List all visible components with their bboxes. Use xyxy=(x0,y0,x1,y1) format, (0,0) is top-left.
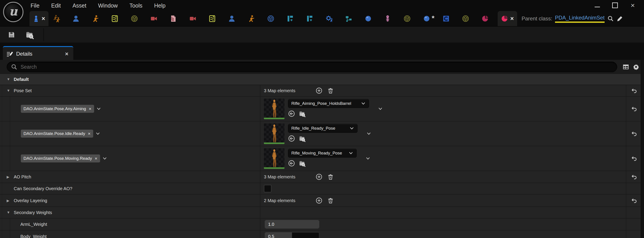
close-window-button[interactable]: × xyxy=(630,2,636,9)
property-label: Pose Set xyxy=(14,88,32,93)
browse-to-asset-button[interactable] xyxy=(24,29,36,40)
delete-all-elements-icon[interactable] xyxy=(327,173,334,180)
gameplay-tag-chip[interactable]: DAO.AnimState.Pose.Moving.Ready × xyxy=(21,154,100,162)
asset-tab[interactable] xyxy=(105,11,125,26)
close-tab-icon[interactable]: × xyxy=(510,16,514,22)
asset-tab[interactable] xyxy=(339,11,358,26)
expand-entry-chevron-icon[interactable] xyxy=(366,131,371,136)
asset-tab[interactable] xyxy=(398,11,417,26)
browse-to-asset-icon[interactable] xyxy=(299,110,306,117)
close-tab-icon[interactable]: × xyxy=(42,16,45,22)
numeric-slider-input[interactable]: 0.5 xyxy=(265,232,319,238)
asset-tab[interactable] xyxy=(47,11,66,26)
display-options-grid-icon[interactable] xyxy=(622,64,629,70)
expand-entry-chevron-icon[interactable] xyxy=(366,156,370,161)
use-selected-asset-icon[interactable] xyxy=(288,135,295,142)
remove-tag-icon[interactable]: × xyxy=(88,131,90,136)
maximize-button[interactable] xyxy=(612,2,618,9)
asset-thumbnail[interactable] xyxy=(264,123,284,144)
asset-tab-active-data-asset[interactable]: × xyxy=(498,11,517,26)
edit-parent-class-icon[interactable] xyxy=(616,15,623,22)
asset-tab[interactable] xyxy=(86,11,105,26)
search-icon xyxy=(11,64,18,70)
reset-to-default-icon[interactable] xyxy=(631,87,637,94)
asset-tab[interactable] xyxy=(475,11,495,26)
asset-tab[interactable] xyxy=(280,11,300,26)
asset-tab-active-blueprint[interactable]: × xyxy=(30,11,48,26)
browse-to-asset-icon[interactable] xyxy=(299,135,306,142)
gameplay-tag-chip[interactable]: DAO.AnimState.Pose.Idle.Ready × xyxy=(21,130,93,138)
menu-edit[interactable]: Edit xyxy=(51,3,61,9)
asset-tab[interactable] xyxy=(242,11,261,26)
asset-tab[interactable] xyxy=(456,11,475,26)
pie-chart-icon xyxy=(501,15,508,22)
collapsed-arrow-icon[interactable]: ▶ xyxy=(7,175,11,179)
asset-tab[interactable] xyxy=(164,11,183,26)
asset-tab[interactable] xyxy=(222,11,242,26)
details-tab[interactable]: Details × xyxy=(3,46,73,61)
chevron-down-icon[interactable] xyxy=(96,131,100,136)
expand-entry-chevron-icon[interactable] xyxy=(378,106,383,111)
map-entry-row: DAO.AnimState.Pose.Idle.Ready × Rifle_Id… xyxy=(0,121,644,146)
remove-tag-icon[interactable]: × xyxy=(94,156,97,161)
scrollbar-track[interactable] xyxy=(641,60,644,238)
asset-tab[interactable] xyxy=(436,11,456,26)
save-button[interactable] xyxy=(6,29,17,40)
use-selected-asset-icon[interactable] xyxy=(288,160,295,167)
settings-gear-icon[interactable] xyxy=(633,64,639,70)
gameplay-tag-chip[interactable]: DAO.AnimState.Pose.Any.Aiming × xyxy=(21,105,94,113)
asset-dropdown[interactable]: Rifle_Moving_Ready_Pose xyxy=(288,149,357,158)
asset-tab[interactable] xyxy=(183,11,202,26)
chevron-down-icon[interactable] xyxy=(102,156,107,161)
parent-class-link[interactable]: PDA_LinkedAnimSet xyxy=(555,15,604,23)
menu-tools[interactable]: Tools xyxy=(130,3,142,9)
reset-to-default-icon[interactable] xyxy=(631,155,637,162)
asset-tab[interactable] xyxy=(300,11,320,26)
numbered-document-icon xyxy=(170,15,177,22)
collapsed-arrow-icon[interactable]: ▶ xyxy=(7,198,11,203)
reset-to-default-icon[interactable] xyxy=(631,105,637,112)
menu-file[interactable]: File xyxy=(30,3,40,9)
asset-dropdown[interactable]: Rifle_Aiming_Pose_HoldsBarrel xyxy=(288,99,369,108)
menu-window[interactable]: Window xyxy=(98,3,118,9)
asset-tab[interactable] xyxy=(358,11,378,26)
search-input[interactable] xyxy=(20,64,617,70)
running-figure-icon xyxy=(248,15,255,22)
asset-tab[interactable] xyxy=(125,11,144,26)
delete-all-elements-icon[interactable] xyxy=(327,197,334,204)
asset-color-bar xyxy=(264,167,284,169)
numeric-slider-input[interactable]: 1.0 xyxy=(265,220,319,228)
category-row-default[interactable]: ▼ Default xyxy=(0,74,644,85)
asset-tab[interactable] xyxy=(144,11,164,26)
asset-thumbnail[interactable] xyxy=(264,148,284,169)
search-parent-class-icon[interactable] xyxy=(607,15,614,22)
use-selected-asset-icon[interactable] xyxy=(288,110,295,117)
asset-thumbnail[interactable] xyxy=(264,99,284,119)
reset-to-default-icon[interactable] xyxy=(631,197,637,204)
close-details-tab-icon[interactable]: × xyxy=(65,51,68,57)
browse-to-asset-icon[interactable] xyxy=(299,160,306,167)
reset-to-default-icon[interactable] xyxy=(631,130,637,137)
chevron-down-icon[interactable] xyxy=(96,106,101,111)
running-figure-icon xyxy=(92,15,99,22)
asset-tab[interactable] xyxy=(66,11,86,26)
expand-arrow-icon[interactable]: ▼ xyxy=(7,210,11,214)
property-label: AO Pitch xyxy=(14,174,31,179)
minimize-button[interactable] xyxy=(594,2,600,9)
checkbox-unchecked[interactable] xyxy=(264,185,272,192)
expand-arrow-icon[interactable]: ▼ xyxy=(7,77,11,81)
remove-tag-icon[interactable]: × xyxy=(89,106,92,111)
reset-to-default-icon[interactable] xyxy=(631,173,637,180)
add-element-icon[interactable] xyxy=(316,173,322,180)
asset-tab[interactable] xyxy=(378,11,398,26)
asset-dropdown[interactable]: Rifle_Idle_Ready_Pose xyxy=(288,124,358,133)
menu-help[interactable]: Help xyxy=(154,3,165,9)
expand-arrow-icon[interactable]: ▼ xyxy=(7,89,11,93)
delete-all-elements-icon[interactable] xyxy=(327,87,334,94)
add-element-icon[interactable] xyxy=(316,197,322,204)
asset-tab[interactable] xyxy=(202,11,222,26)
asset-tab[interactable] xyxy=(320,11,339,26)
menu-asset[interactable]: Asset xyxy=(72,3,86,9)
asset-tab[interactable] xyxy=(261,11,280,26)
add-element-icon[interactable] xyxy=(316,87,322,94)
